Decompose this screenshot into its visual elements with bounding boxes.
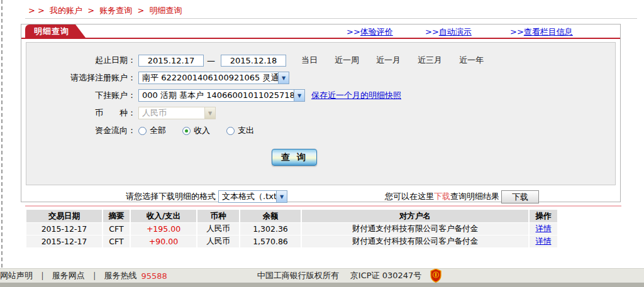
breadcrumb-item-my-account[interactable]: 我的账户	[50, 6, 82, 15]
cell-date: 2015-12-17	[26, 236, 102, 247]
download-format-label: 请您选择下载明细的格式	[126, 191, 216, 202]
table-header-row: 交易日期 摘要 收入/支出 币种 余额 对方户名 操作	[26, 210, 557, 222]
download-format-select[interactable]: 文本格式（.txt） ▼	[218, 190, 287, 203]
footer-separator: ｜	[91, 270, 99, 281]
breadcrumb: > > 我的账户 > 账务查询 > 明细查询	[28, 5, 184, 16]
cell-date: 2015-12-17	[26, 223, 102, 235]
link-label: 自动演示	[439, 27, 472, 36]
currency-label: 币 种：	[26, 107, 136, 119]
auto-demo-link[interactable]: >>自动演示	[425, 26, 472, 38]
date-range-dash: —	[207, 56, 215, 65]
detail-link[interactable]: 详情	[536, 236, 552, 246]
download-hint-pre: 您可以在这里	[385, 191, 434, 202]
date-range-row: 起止日期： — 当日 近一周 近一月 近三月 近一年	[26, 51, 615, 69]
radio-option-income[interactable]: 收入	[182, 125, 210, 136]
col-header-action: 操作	[530, 210, 557, 222]
detail-query-panel: 明细查询 >>体验评价 >>自动演示 >>查看栏目信息 起止日期： — 当日 近…	[21, 24, 621, 202]
link-arrows: >>	[425, 27, 439, 36]
link-arrows: >>	[347, 27, 360, 36]
chevron-down-icon[interactable]: ▼	[276, 191, 287, 202]
quick-range-today[interactable]: 当日	[301, 55, 318, 66]
quick-range-3months[interactable]: 近三月	[418, 55, 442, 66]
registered-account-select[interactable]: 南平 6222001406100921065 灵通卡 ▼	[138, 72, 289, 84]
radio-option-expense[interactable]: 支出	[226, 125, 254, 136]
radio-icon[interactable]	[138, 127, 147, 135]
experience-rating-link[interactable]: >>体验评价	[347, 26, 393, 38]
cell-counterparty: 财付通支付科技有限公司客户备付金	[302, 236, 528, 247]
selected-registered-account: 南平 6222001406100921065 灵通卡	[139, 72, 278, 84]
date-range-label: 起止日期：	[26, 55, 136, 66]
panel-header: 明细查询 >>体验评价 >>自动演示 >>查看栏目信息	[21, 24, 620, 38]
selected-sub-account: 000 活期 基本户 1406600101102571848	[139, 90, 294, 101]
cell-balance: 1,570.86	[240, 236, 301, 247]
cell-currency: 人民币	[197, 236, 239, 247]
footer-service-outlets-link[interactable]: 服务网点	[52, 270, 85, 281]
radio-checked-icon[interactable]	[182, 127, 191, 135]
page-bottom-strip	[0, 283, 644, 287]
col-header-balance: 余额	[240, 210, 301, 222]
save-monthly-snapshot-link[interactable]: 保存近一个月的明细快照	[311, 90, 401, 101]
icbc-detail-query-page: > > 我的账户 > 账务查询 > 明细查询 明细查询 >>体验评价 >>自动演…	[0, 0, 644, 287]
security-shield-icon[interactable]	[430, 269, 441, 283]
radio-label: 收入	[194, 125, 210, 136]
cell-counterparty: 财付通支付科技有限公司客户备付金	[302, 223, 528, 235]
breadcrumb-item-account-query[interactable]: 账务查询	[99, 6, 132, 15]
query-form: 起止日期： — 当日 近一周 近一月 近三月 近一年 请选择注册账户：	[26, 42, 616, 185]
cell-summary: CFT	[103, 236, 130, 247]
sub-account-row: 下挂账户： 000 活期 基本户 1406600101102571848 ▼ 保…	[26, 87, 615, 104]
currency-select-disabled: 人民币 ▼	[138, 107, 216, 119]
tab-detail-query[interactable]: 明细查询	[25, 24, 75, 38]
footer-icp-license: 京ICP证 030247号	[350, 270, 422, 281]
table-row: 2015-12-17 CFT +195.00 人民币 1,302.36 财付通支…	[26, 223, 557, 235]
quick-range-links: 当日 近一周 近一月 近三月 近一年	[301, 55, 501, 66]
download-hint-group: 您可以在这里下载查询明细结果 下载	[385, 190, 539, 203]
query-button[interactable]: 查 询	[272, 149, 317, 166]
breadcrumb-arrows: > >	[28, 6, 45, 15]
breadcrumb-item-detail-query: 明细查询	[149, 6, 182, 15]
fund-flow-row: 资金流向： 全部 收入 支出	[26, 122, 615, 139]
col-header-date: 交易日期	[26, 210, 102, 222]
radio-option-all[interactable]: 全部	[138, 125, 166, 136]
chevron-down-icon[interactable]: ▼	[294, 90, 304, 101]
selected-download-format: 文本格式（.txt）	[219, 191, 276, 202]
col-header-currency: 币种	[197, 210, 239, 222]
footer-site-statement-link[interactable]: 网站声明	[0, 270, 33, 281]
quick-range-month[interactable]: 近一月	[376, 55, 401, 66]
view-column-info-link[interactable]: >>查看栏目信息	[510, 26, 573, 38]
footer-separator: ｜	[38, 270, 47, 281]
radio-icon[interactable]	[226, 127, 235, 135]
col-header-counterparty: 对方户名	[302, 210, 528, 222]
cell-summary: CFT	[103, 223, 130, 235]
transaction-table: 交易日期 摘要 收入/支出 币种 余额 对方户名 操作 2015-12-17 C…	[25, 209, 558, 248]
footer-copyright: 中国工商银行版权所有	[257, 270, 339, 281]
quick-range-year[interactable]: 近一年	[459, 55, 484, 66]
date-to-input[interactable]	[221, 55, 286, 67]
download-button[interactable]: 下载	[501, 190, 539, 203]
footer-hotline-label: 服务热线	[104, 270, 136, 281]
registered-account-row: 请选择注册账户： 南平 6222001406100921065 灵通卡 ▼	[26, 69, 615, 87]
link-label: 查看栏目信息	[524, 27, 573, 36]
link-label: 体验评价	[360, 27, 393, 36]
date-from-input[interactable]	[138, 55, 204, 67]
quick-range-week[interactable]: 近一周	[335, 55, 359, 66]
footer-bar: 网站声明 ｜ 服务网点 ｜ 服务热线 95588 中国工商银行版权所有 京ICP…	[0, 268, 644, 283]
radio-label: 支出	[238, 125, 254, 136]
detail-link[interactable]: 详情	[536, 224, 552, 233]
col-header-amount: 收入/支出	[131, 210, 196, 222]
link-arrows: >>	[510, 27, 524, 36]
selected-currency: 人民币	[139, 107, 204, 119]
download-hint-emphasis: 下载	[434, 191, 450, 202]
cell-currency: 人民币	[197, 223, 239, 235]
breadcrumb-separator: >	[137, 6, 144, 15]
fund-flow-label: 资金流向：	[26, 125, 136, 136]
footer-hotline-number: 95588	[141, 271, 167, 281]
table-top-divider	[25, 205, 621, 207]
left-edge-dashed-divider	[1, 0, 3, 268]
cell-balance: 1,302.36	[240, 223, 301, 235]
cell-amount: +90.00	[131, 236, 196, 247]
table-row: 2015-12-17 CFT +90.00 人民币 1,570.86 财付通支付…	[26, 236, 557, 247]
breadcrumb-divider	[25, 18, 637, 19]
sub-account-select[interactable]: 000 活期 基本户 1406600101102571848 ▼	[138, 89, 305, 102]
sub-account-label: 下挂账户：	[26, 90, 136, 101]
chevron-down-icon[interactable]: ▼	[278, 72, 289, 84]
